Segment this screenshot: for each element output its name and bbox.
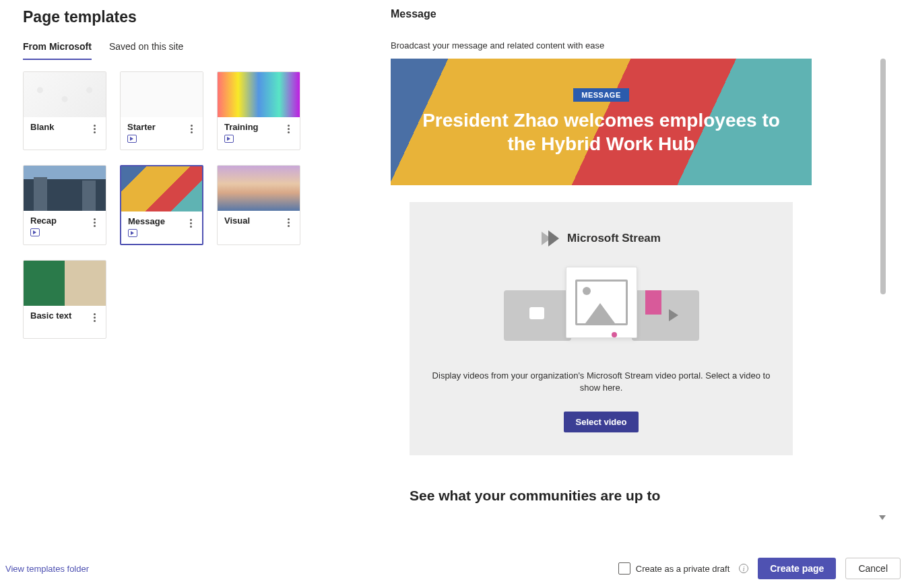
checkbox-box-icon[interactable] [618, 562, 630, 575]
stream-description: Display videos from your organization's … [423, 370, 779, 394]
template-name: Blank [30, 122, 54, 132]
stream-webpart: Microsoft Stream Display videos from you… [410, 202, 793, 455]
info-icon[interactable]: i [739, 564, 748, 573]
footer-bar: View templates folder Create as a privat… [0, 549, 910, 588]
template-name: Message [128, 216, 165, 226]
preview-hero-banner: MESSAGE President Zhao welcomes employee… [391, 59, 812, 185]
template-name: Recap [30, 216, 57, 226]
template-grid: BlankStarterTrainingRecapMessageVisualBa… [23, 71, 373, 339]
scrollbar-thumb[interactable] [880, 59, 886, 294]
view-templates-folder-link[interactable]: View templates folder [5, 564, 89, 574]
more-options-icon[interactable] [187, 122, 196, 135]
play-preview-icon[interactable] [128, 229, 137, 237]
scrollbar-down-icon[interactable] [879, 515, 886, 522]
preview-template-description: Broadcast your message and related conte… [391, 40, 887, 51]
preview-hero-badge: MESSAGE [573, 88, 629, 102]
page-title: Page templates [23, 8, 373, 26]
template-card-blank[interactable]: Blank [23, 71, 106, 150]
template-card-recap[interactable]: Recap [23, 165, 106, 245]
private-draft-label: Create as a private draft [636, 564, 729, 574]
preview-template-name: Message [391, 8, 887, 20]
play-preview-icon[interactable] [224, 135, 234, 143]
preview-scrollbar[interactable] [878, 59, 887, 523]
more-options-icon[interactable] [90, 216, 99, 229]
stream-placeholder-illustration [504, 260, 699, 351]
template-card-message[interactable]: Message [120, 165, 203, 245]
more-options-icon[interactable] [186, 216, 195, 230]
play-preview-icon[interactable] [30, 228, 40, 236]
template-card-starter[interactable]: Starter [120, 71, 203, 150]
template-name: Basic text [30, 311, 71, 321]
template-name: Visual [224, 216, 250, 226]
template-thumbnail [218, 72, 300, 117]
template-card-training[interactable]: Training [217, 71, 300, 150]
template-name: Training [224, 122, 259, 132]
template-card-visual[interactable]: Visual [217, 165, 300, 245]
preview-scroll-area[interactable]: MESSAGE President Zhao welcomes employee… [391, 59, 887, 523]
more-options-icon[interactable] [284, 216, 293, 229]
more-options-icon[interactable] [284, 122, 293, 135]
cancel-button[interactable]: Cancel [845, 558, 901, 579]
template-thumbnail [121, 72, 203, 117]
play-preview-icon[interactable] [127, 135, 137, 143]
template-thumbnail [218, 166, 300, 211]
create-page-button[interactable]: Create page [758, 558, 836, 579]
template-thumbnail [24, 261, 106, 306]
template-name: Starter [127, 122, 156, 132]
template-thumbnail [24, 72, 106, 117]
stream-logo-icon [542, 229, 560, 248]
more-options-icon[interactable] [90, 311, 99, 324]
more-options-icon[interactable] [90, 122, 99, 135]
template-tabs: From Microsoft Saved on this site [23, 38, 373, 61]
template-thumbnail [121, 166, 202, 211]
stream-header-label: Microsoft Stream [567, 232, 661, 245]
tab-saved-on-site[interactable]: Saved on this site [109, 38, 184, 60]
preview-hero-title: President Zhao welcomes employees to the… [412, 108, 791, 156]
select-video-button[interactable]: Select video [564, 412, 639, 432]
tab-from-microsoft[interactable]: From Microsoft [23, 38, 92, 60]
template-card-basic-text[interactable]: Basic text [23, 260, 106, 339]
preview-next-section-heading: See what your communities are up to [410, 488, 793, 504]
private-draft-checkbox[interactable]: Create as a private draft [618, 562, 729, 575]
template-thumbnail [24, 166, 106, 211]
